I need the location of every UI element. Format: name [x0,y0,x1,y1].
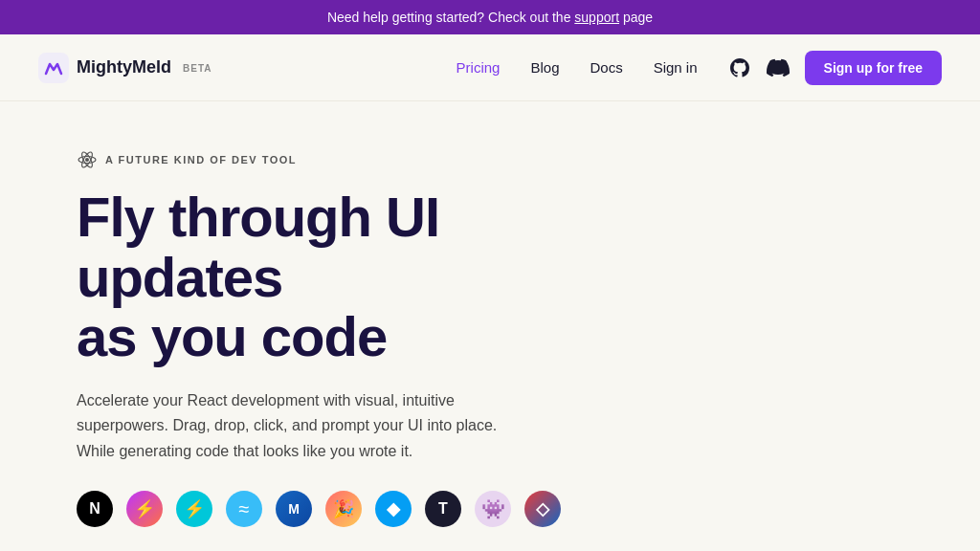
tagline-area: A FUTURE KIND OF DEV TOOL [77,149,574,170]
hero-section: A FUTURE KIND OF DEV TOOL Fly through UI… [0,101,980,551]
party-icon: 🎉 [325,491,362,527]
support-link[interactable]: support [574,10,619,25]
hero-title-line1: Fly through UI updates [77,186,439,308]
logo-icon [38,53,69,83]
nav-pricing[interactable]: Pricing [457,59,501,76]
mui-icon: M [276,491,312,527]
appsmith-icon: ◇ [524,491,561,527]
turbo-icon: ⚡ [176,491,212,527]
navbar: MightyMeld BETA Pricing Blog Docs Sign i… [0,34,980,101]
hero-title: Fly through UI updates as you code [77,187,574,367]
hero-title-line2: as you code [77,305,387,367]
nextjs-icon: N [77,491,113,527]
discord-icon[interactable] [767,56,790,79]
logo-text: MightyMeld [77,57,171,77]
banner-text: Need help getting started? Check out the [327,10,574,25]
nav-links: Pricing Blog Docs Sign in [457,59,698,76]
teleporthq-icon: T [425,491,461,527]
github-icon[interactable] [728,56,751,79]
logo-area: MightyMeld BETA [38,53,212,83]
tailwind-icon: ≈ [226,491,262,527]
signup-button[interactable]: Sign up for free [805,51,942,85]
tech-icons-row: N ⚡ ⚡ ≈ M 🎉 ◆ T 👾 ◇ [77,491,574,527]
nav-icons [728,56,790,79]
svg-point-1 [85,158,89,162]
threejs-icon: ◆ [375,491,412,527]
tagline-text: A FUTURE KIND OF DEV TOOL [105,154,297,165]
nav-signin[interactable]: Sign in [654,59,698,76]
vite-icon: ⚡ [126,491,163,527]
character-icon: 👾 [475,491,511,527]
hero-subtitle: Accelerate your React development with v… [77,388,498,464]
nav-blog[interactable]: Blog [530,59,559,76]
react-icon [77,149,98,170]
nav-docs[interactable]: Docs [590,59,622,76]
announcement-banner: Need help getting started? Check out the… [0,0,980,34]
banner-text-after: page [623,10,653,25]
hero-content: A FUTURE KIND OF DEV TOOL Fly through UI… [0,101,612,551]
beta-badge: BETA [183,63,212,74]
